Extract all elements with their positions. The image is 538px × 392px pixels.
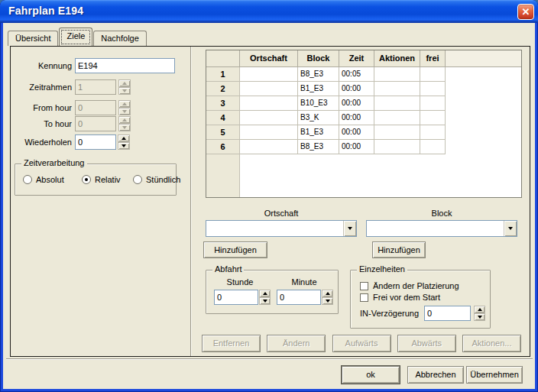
stunde-label: Stunde <box>209 277 271 287</box>
cell-aktionen <box>374 111 420 125</box>
table-row[interactable]: 6 B8_E3 00:00 <box>206 140 521 154</box>
spin-up-icon <box>118 100 131 108</box>
radio-stuendlich-label: Stündlich <box>146 175 180 184</box>
row-number: 6 <box>206 140 240 154</box>
close-icon: ✕ <box>522 6 530 18</box>
spin-down-icon[interactable] <box>259 297 271 305</box>
table-row[interactable]: 4 B3_K 00:00 <box>206 111 521 125</box>
minute-stepper[interactable] <box>322 290 333 305</box>
tab-nachfolge-label: Nachfolge <box>101 34 139 43</box>
abbrechen-button[interactable]: Abbrechen <box>407 366 464 384</box>
spin-down-icon[interactable] <box>474 313 485 321</box>
tab-ziele[interactable]: Ziele <box>59 28 92 46</box>
zeitverarbeitung-group: Zeitverarbeitung Absolut Relativ Stündli… <box>15 164 177 196</box>
header-ortschaft: Ortschaft <box>240 50 298 67</box>
close-button[interactable]: ✕ <box>517 4 534 20</box>
table-row[interactable]: 3 B10_E3 00:00 <box>206 96 521 111</box>
einzelheiten-title: Einzelheiten <box>357 264 407 274</box>
kennung-label: Kennung <box>11 61 72 70</box>
block-combo-dropdown-button[interactable] <box>504 221 517 236</box>
wiederholen-stepper[interactable] <box>118 134 130 150</box>
radio-stuendlich-icon[interactable] <box>133 175 142 184</box>
tab-page-ziele: Kennung Zeitrahmen From hour To hour Wie… <box>10 46 530 357</box>
cell-zeit: 00:05 <box>339 67 374 82</box>
block-combobox[interactable] <box>366 220 517 237</box>
to-hour-label: To hour <box>11 119 72 128</box>
radio-relativ[interactable]: Relativ <box>82 175 121 184</box>
minute-field[interactable] <box>277 290 321 305</box>
hinzufuegen-ortschaft-button[interactable]: Hinzufügen <box>203 241 267 258</box>
table-header-row: Ortschaft Block Zeit Aktionen frei <box>206 50 521 67</box>
aktionen-button: Aktionen... <box>462 335 521 352</box>
checkbox-icon[interactable] <box>360 282 368 290</box>
header-aktionen: Aktionen <box>374 50 420 67</box>
abfahrt-title: Abfahrt <box>212 264 244 274</box>
cell-zeit: 00:00 <box>339 96 374 111</box>
cell-ortschaft <box>240 82 298 96</box>
cell-aktionen <box>374 96 420 111</box>
from-hour-field <box>75 100 116 115</box>
row-header-filler <box>206 154 240 197</box>
table-row[interactable]: 5 B1_E3 00:00 <box>206 125 521 140</box>
spin-up-icon <box>118 116 131 124</box>
radio-absolut-icon[interactable] <box>23 175 32 184</box>
radio-absolut[interactable]: Absolut <box>23 175 64 184</box>
hinzufuegen-block-button[interactable]: Hinzufügen <box>372 241 426 258</box>
ortschaft-combo-dropdown-button[interactable] <box>343 221 356 236</box>
zeitrahmen-field <box>75 79 116 95</box>
zeitverarbeitung-title: Zeitverarbeitung <box>21 158 87 167</box>
uebernehmen-button[interactable]: Übernehmen <box>466 366 523 384</box>
wiederholen-field[interactable] <box>75 134 116 150</box>
spin-up-icon[interactable] <box>259 290 271 297</box>
einzelheiten-group: Einzelheiten Ändern der Platzierung Frei… <box>350 270 491 329</box>
ortschaft-combobox-value <box>206 221 343 236</box>
radio-stuendlich[interactable]: Stündlich <box>133 175 180 184</box>
cell-block: B1_E3 <box>298 125 339 140</box>
action-button-row: Entfernen Ändern Aufwärts Abwärts Aktion… <box>202 335 521 352</box>
table-row[interactable]: 1 B8_E3 00:05 <box>206 67 521 82</box>
cell-frei <box>420 82 446 96</box>
spin-down-icon[interactable] <box>322 297 333 305</box>
checkbox-icon[interactable] <box>360 293 368 302</box>
cell-ortschaft <box>240 67 298 82</box>
aufwaerts-button: Aufwärts <box>332 335 391 352</box>
tabstrip: Übersicht Ziele Nachfolge <box>8 27 147 46</box>
spin-up-icon[interactable] <box>322 290 333 297</box>
spin-up-icon[interactable] <box>118 134 130 142</box>
cell-block: B8_E3 <box>298 67 339 82</box>
minute-label: Minute <box>274 277 335 287</box>
ok-button[interactable]: ok <box>342 366 400 384</box>
aendern-platzierung-label: Ändern der Platzierung <box>373 281 459 290</box>
stunde-stepper[interactable] <box>259 290 271 305</box>
table-row[interactable]: 2 B1_E3 00:00 <box>206 82 521 96</box>
aendern-platzierung-checkbox-row[interactable]: Ändern der Platzierung <box>360 281 459 290</box>
header-frei: frei <box>420 50 446 67</box>
spin-down-icon <box>118 124 131 131</box>
cell-aktionen <box>374 125 420 140</box>
to-hour-field <box>75 116 116 131</box>
in-verzoegerung-field[interactable] <box>424 306 471 321</box>
tab-nachfolge[interactable]: Nachfolge <box>93 31 147 46</box>
chevron-down-icon <box>508 227 513 230</box>
stunde-field[interactable] <box>214 290 258 305</box>
in-verzoegerung-stepper[interactable] <box>474 306 485 321</box>
titlebar[interactable]: Fahrplan E194 ✕ <box>0 0 538 23</box>
zeitrahmen-label: Zeitrahmen <box>11 83 72 92</box>
radio-relativ-icon[interactable] <box>82 175 91 184</box>
kennung-field[interactable] <box>75 58 175 73</box>
cell-zeit: 00:00 <box>339 140 374 154</box>
zeitrahmen-stepper <box>118 79 131 95</box>
frei-vor-start-checkbox-row[interactable]: Frei vor dem Start <box>360 293 440 302</box>
block-combobox-value <box>367 221 504 236</box>
ortschaft-combobox[interactable] <box>206 220 357 237</box>
spin-down-icon[interactable] <box>118 142 130 150</box>
row-number: 4 <box>206 111 240 125</box>
row-number: 3 <box>206 96 240 111</box>
dialog-window: Fahrplan E194 ✕ Übersicht Ziele Nachfolg… <box>0 0 538 392</box>
cell-zeit: 00:00 <box>339 111 374 125</box>
spin-up-icon[interactable] <box>474 306 485 313</box>
tab-uebersicht[interactable]: Übersicht <box>8 31 58 46</box>
schedule-table[interactable]: Ortschaft Block Zeit Aktionen frei 1 B8_… <box>206 50 522 198</box>
aendern-button: Ändern <box>267 335 326 352</box>
cell-block: B1_E3 <box>298 82 339 96</box>
